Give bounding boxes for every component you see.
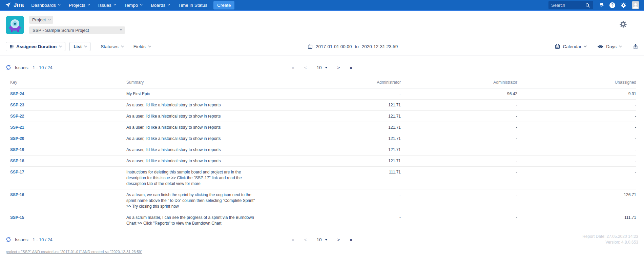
table-row: SSP-17 Instructions for deleting this sa… [10, 167, 636, 189]
issue-key-link[interactable]: SSP-15 [10, 215, 24, 220]
date-range-picker[interactable]: 2017-01-01 00:00 to 2020-12-31 23:59 [308, 44, 398, 49]
pagination-next[interactable]: > [337, 65, 340, 70]
issue-key-link[interactable]: SSP-22 [10, 114, 24, 119]
pagination-last[interactable]: » [350, 237, 352, 242]
nav-item-boards[interactable]: Boards [151, 3, 169, 8]
pagination-page-size[interactable]: 10 [316, 237, 327, 242]
issue-key-link[interactable]: SSP-24 [10, 91, 24, 96]
calendar-dropdown[interactable]: Calendar [555, 44, 586, 49]
jira-logo-icon [5, 2, 12, 8]
pagination-first[interactable]: « [292, 65, 294, 70]
nav-item-projects[interactable]: Projects [69, 3, 89, 8]
table-row: SSP-16 As a team, we can finish the spri… [10, 189, 636, 212]
column-header-administrator-2[interactable]: Administrator [401, 77, 517, 88]
search-icon [585, 3, 590, 8]
jira-logo[interactable]: Jira [5, 2, 24, 8]
pagination-page-size[interactable]: 10 [316, 65, 327, 70]
duration-unassigned: 126.71 [517, 189, 636, 212]
duration-administrator-2: - [401, 189, 517, 212]
pagination-next[interactable]: > [337, 237, 340, 242]
table-row: SSP-23 As a user, I'd like a historical … [10, 100, 636, 111]
issue-key-link[interactable]: SSP-21 [10, 125, 24, 130]
jql-link[interactable]: project = "SSP" AND created >= "2017-01-… [6, 250, 142, 254]
project-type-button[interactable]: Project [29, 16, 53, 24]
settings-gear-icon[interactable] [619, 20, 627, 28]
issues-count-range: 1 - 10 / 24 [33, 65, 53, 70]
unit-dropdown[interactable]: Days [598, 44, 621, 49]
duration-unassigned: - [517, 144, 636, 156]
issue-summary: As a user, I'd like a historical story t… [126, 113, 259, 119]
column-header-summary[interactable]: Summary [126, 77, 333, 88]
duration-administrator-2: - [401, 133, 517, 144]
chevron-down-icon [168, 3, 170, 5]
calendar-icon [308, 44, 313, 49]
refresh-icon[interactable] [6, 237, 11, 242]
duration-administrator-1: - [333, 88, 401, 100]
gear-icon[interactable] [621, 2, 626, 8]
search-input[interactable] [551, 3, 585, 8]
duration-unassigned: - [517, 111, 636, 122]
issue-key-link[interactable]: SSP-17 [10, 170, 24, 174]
search-box[interactable] [548, 1, 593, 9]
issue-key-link[interactable]: SSP-19 [10, 147, 24, 152]
nav-item-dashboards[interactable]: Dashboards [31, 3, 60, 8]
project-select[interactable]: SSP - Sample Scrum Project [29, 26, 125, 34]
issue-key-link[interactable]: SSP-16 [10, 192, 24, 197]
date-from: 2017-01-01 00:00 [316, 44, 352, 49]
issues-table-body: SSP-24 My First Epic - 96.42 9.31 SSP-23… [10, 88, 636, 229]
user-avatar[interactable] [632, 1, 639, 9]
export-button[interactable] [633, 44, 638, 49]
pagination-prev[interactable]: < [304, 237, 307, 242]
column-header-unassigned[interactable]: Unassigned [517, 77, 636, 88]
issue-summary: As a team, we can finish the sprint by c… [126, 192, 259, 209]
nav-item-issues[interactable]: Issues [98, 3, 116, 8]
chevron-down-icon [59, 44, 62, 47]
pagination-last[interactable]: » [350, 65, 352, 70]
date-to-word: to [355, 44, 359, 49]
duration-unassigned: 111.71 [517, 212, 636, 229]
table-row: SSP-18 As a user, I'd like a historical … [10, 156, 636, 167]
issues-count-label: Issues: [15, 65, 29, 70]
duration-unassigned: - [517, 122, 636, 133]
duration-administrator-2: - [401, 212, 517, 229]
report-toolbar: Assignee Duration List Statuses Fields 2… [0, 34, 644, 56]
chevron-down-icon [58, 3, 61, 5]
duration-administrator-1: 111.71 [333, 167, 401, 189]
duration-administrator-2: - [401, 111, 517, 122]
refresh-icon[interactable] [6, 65, 11, 70]
announcements-icon[interactable] [599, 2, 604, 8]
chevron-down-icon [114, 3, 116, 5]
chevron-down-icon [48, 18, 51, 20]
view-type-dropdown[interactable]: List [69, 42, 90, 51]
pagination-first[interactable]: « [292, 237, 294, 242]
duration-administrator-1: 121.71 [333, 133, 401, 144]
column-header-administrator-1[interactable]: Administrator [333, 77, 401, 88]
duration-unassigned: - [517, 100, 636, 111]
report-type-dropdown[interactable]: Assignee Duration [6, 42, 65, 51]
chevron-down-icon [140, 3, 143, 5]
date-to: 2020-12-31 23:59 [362, 44, 398, 49]
nav-item-tempo[interactable]: Tempo [124, 3, 142, 8]
column-header-key[interactable]: Key [10, 77, 126, 88]
issue-key-link[interactable]: SSP-18 [10, 159, 24, 163]
issue-summary: As a user, I'd like a historical story t… [126, 125, 259, 130]
issue-key-link[interactable]: SSP-23 [10, 103, 24, 107]
grid-icon [10, 45, 14, 48]
statuses-dropdown[interactable]: Statuses [101, 44, 123, 49]
duration-administrator-2: - [401, 100, 517, 111]
create-button[interactable]: Create [213, 1, 235, 9]
issue-key-link[interactable]: SSP-20 [10, 136, 24, 141]
table-row: SSP-20 As a user, I'd like a historical … [10, 133, 636, 144]
caret-down-icon [325, 239, 328, 241]
help-icon[interactable]: ? [609, 2, 615, 8]
duration-administrator-1: - [333, 212, 401, 229]
duration-administrator-2: - [401, 122, 517, 133]
nav-item-time-in-status[interactable]: Time in Status [178, 3, 207, 8]
top-nav: Jira Dashboards Projects Issues Tempo Bo… [0, 0, 644, 11]
duration-unassigned: - [517, 156, 636, 167]
issues-table: Key Summary Administrator Administrator … [10, 77, 636, 229]
pagination-prev[interactable]: < [304, 65, 307, 70]
fields-dropdown[interactable]: Fields [133, 44, 150, 49]
chevron-down-icon [84, 44, 87, 47]
issue-summary: As a scrum master, I can see the progres… [126, 215, 259, 226]
